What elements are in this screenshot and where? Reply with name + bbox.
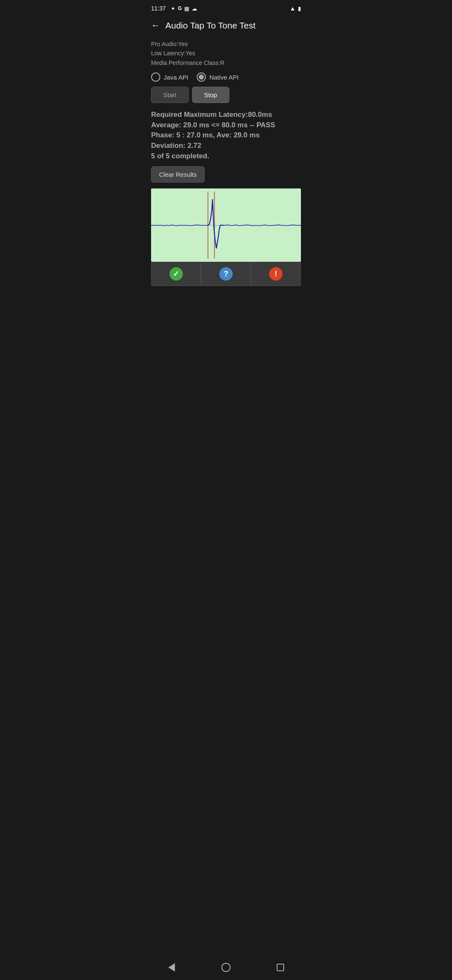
battery-icon: ▮ <box>298 5 301 12</box>
help-button[interactable]: ? <box>201 262 251 286</box>
app-header: ← Audio Tap To Tone Test <box>144 15 308 36</box>
google-icon: G <box>178 5 182 11</box>
result-line-1: Required Maximum Latency:80.0ms <box>151 110 301 120</box>
api-selector: Java API Native API <box>151 72 301 82</box>
cloud-icon: ☁ <box>192 5 197 12</box>
java-api-option[interactable]: Java API <box>151 72 188 82</box>
wifi-icon: ▲ <box>290 5 295 12</box>
pro-audio-label: Pro Audio:Yes <box>151 39 301 49</box>
stop-button[interactable]: Stop <box>192 87 229 103</box>
status-time: 11:37 <box>151 5 166 12</box>
status-bar: 11:37 ✦ G ▦ ☁ ▲ ▮ <box>144 0 308 15</box>
media-class-label: Media Performance Class:R <box>151 58 301 67</box>
warning-button[interactable]: ! <box>251 262 301 286</box>
result-line-3: Phase: 5 : 27.0 ms, Ave: 29.0 ms <box>151 130 301 141</box>
pass-button[interactable]: ✓ <box>151 262 201 286</box>
pass-icon: ✓ <box>170 267 183 281</box>
native-api-radio[interactable] <box>197 72 206 82</box>
calendar-icon: ▦ <box>184 5 189 12</box>
action-buttons: ✓ ? ! <box>151 262 301 286</box>
app-title: Audio Tap To Tone Test <box>165 21 256 31</box>
low-latency-label: Low Latency:Yes <box>151 49 301 58</box>
native-api-label: Native API <box>209 74 239 81</box>
java-api-label: Java API <box>164 74 188 81</box>
help-icon: ? <box>219 267 233 281</box>
waveform-chart <box>151 188 301 262</box>
back-button[interactable]: ← <box>151 20 160 31</box>
waveform-svg <box>151 188 301 262</box>
results-section: Required Maximum Latency:80.0ms Average:… <box>151 110 301 161</box>
device-info: Pro Audio:Yes Low Latency:Yes Media Perf… <box>151 39 301 67</box>
clear-results-button[interactable]: Clear Results <box>151 166 205 183</box>
fan-icon: ✦ <box>171 5 175 12</box>
result-line-5: 5 of 5 completed. <box>151 151 301 162</box>
start-button[interactable]: Start <box>151 87 189 103</box>
java-api-radio[interactable] <box>151 72 160 82</box>
control-buttons: Start Stop <box>151 87 301 103</box>
status-icons-right: ▲ ▮ <box>290 5 301 12</box>
result-line-4: Deviation: 2.72 <box>151 141 301 151</box>
native-api-option[interactable]: Native API <box>197 72 239 82</box>
result-line-2: Average: 29.0 ms <= 80.0 ms -- PASS <box>151 120 301 131</box>
content-area: Pro Audio:Yes Low Latency:Yes Media Perf… <box>144 36 308 286</box>
warning-icon: ! <box>269 267 282 281</box>
status-icons-left: ✦ G ▦ ☁ <box>171 5 197 12</box>
